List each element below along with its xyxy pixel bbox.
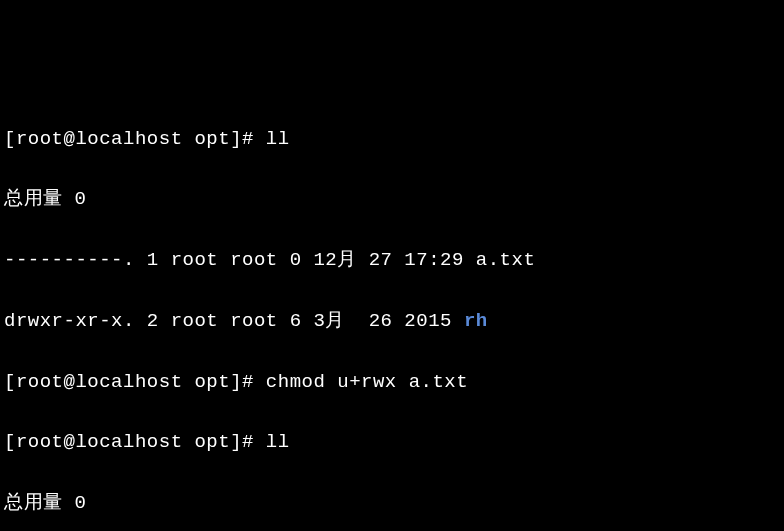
file-entry: ----------. 1 root root 0 12月 27 17:29 a… bbox=[4, 245, 780, 275]
terminal-line[interactable]: [root@localhost opt]# ll bbox=[4, 124, 780, 154]
shell-prompt: [root@localhost opt]# bbox=[4, 128, 266, 150]
command-text: chmod u+rwx a.txt bbox=[266, 371, 468, 393]
total-label: 总用量 0 bbox=[4, 492, 86, 514]
terminal-output: 总用量 0 bbox=[4, 184, 780, 214]
terminal-line[interactable]: [root@localhost opt]# ll bbox=[4, 427, 780, 457]
total-label: 总用量 0 bbox=[4, 188, 86, 210]
command-text: ll bbox=[266, 128, 290, 150]
command-text: ll bbox=[266, 431, 290, 453]
terminal-line[interactable]: [root@localhost opt]# chmod u+rwx a.txt bbox=[4, 367, 780, 397]
terminal-output: 总用量 0 bbox=[4, 488, 780, 518]
shell-prompt: [root@localhost opt]# bbox=[4, 371, 266, 393]
dir-entry: drwxr-xr-x. 2 root root 6 3月 26 2015 rh bbox=[4, 306, 780, 336]
file-details: ----------. 1 root root 0 12月 27 17:29 a… bbox=[4, 249, 535, 271]
dir-name-link: rh bbox=[464, 310, 488, 332]
shell-prompt: [root@localhost opt]# bbox=[4, 431, 266, 453]
dir-details: drwxr-xr-x. 2 root root 6 3月 26 2015 bbox=[4, 310, 464, 332]
